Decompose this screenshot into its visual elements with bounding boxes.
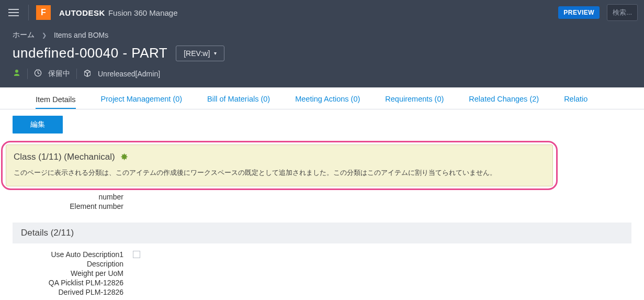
field-row: Derived PLM-12826 [13,287,631,297]
page-title: undefined-00040 - PART [13,45,167,61]
tab-related-changes[interactable]: Related Changes (2) [469,90,539,109]
class-section-message: このページに表示される分類は、このアイテムの作成後にワークスペースの既定として追… [14,168,545,177]
divider [28,5,29,20]
field-row: Weight per UoM [13,269,631,278]
field-row: Description [13,259,631,269]
user-status-icon [13,69,21,79]
preview-badge: PREVIEW [558,6,600,19]
content-area: 編集 Class (1/11) (Mechanical) ✸ このページに表示さ… [0,109,644,300]
field-label-derived: Derived PLM-12826 [13,288,128,296]
brand-label: AUTODESK Fusion 360 Manage [59,8,178,17]
divider [27,69,28,79]
field-label-description: Description [13,260,128,268]
field-row: Element number [13,202,631,211]
field-row: number [13,192,631,202]
orphan-field-list: number Element number [13,192,631,211]
topbar: F AUTODESK Fusion 360 Manage PREVIEW 検索.… [0,0,644,25]
class-section-title: Class (1/11) (Mechanical) [14,152,115,162]
field-label-number: number [13,193,128,201]
use-auto-desc-checkbox[interactable] [133,251,140,258]
breadcrumb-section[interactable]: Items and BOMs [54,31,108,39]
details-field-list: Use Auto Description1 Description Weight… [13,250,631,297]
clock-icon [34,69,42,79]
release-status: Unreleased[Admin] [98,70,160,78]
tab-item-details[interactable]: Item Details [36,90,76,109]
field-row: Use Auto Description1 [13,250,631,259]
field-label-use-auto-desc: Use Auto Description1 [13,250,128,259]
field-label-element-number: Element number [13,202,128,210]
pending-label: 保留中 [48,69,70,79]
tab-relationships[interactable]: Relatio [564,90,587,109]
tab-bill-of-materials[interactable]: Bill of Materials (0) [207,90,270,109]
chevron-down-icon: ▾ [214,50,217,56]
tab-project-management[interactable]: Project Management (0) [101,90,183,109]
tab-requirements[interactable]: Requirements (0) [385,90,444,109]
class-callout-highlight: Class (1/11) (Mechanical) ✸ このページに表示される分… [1,141,558,190]
class-section-panel: Class (1/11) (Mechanical) ✸ このページに表示される分… [6,145,553,186]
fusion-logo-icon: F [36,5,51,20]
brand-product: Fusion 360 Manage [108,8,178,17]
details-section-header: Details (2/11) [13,223,631,243]
tab-meeting-actions[interactable]: Meeting Actions (0) [295,90,360,109]
chevron-right-icon: ❯ [42,32,47,39]
search-input[interactable]: 検索... [607,4,638,21]
package-icon [83,69,92,79]
hamburger-menu-button[interactable] [6,6,21,19]
subheader: ホーム ❯ Items and BOMs undefined-00040 - P… [0,25,644,87]
field-label-qa-picklist: QA Picklist PLM-12826 [13,279,128,287]
revision-dropdown[interactable]: [REV:w] ▾ [176,46,224,61]
brand-strong: AUTODESK [59,8,105,17]
new-burst-icon: ✸ [120,151,128,163]
breadcrumb: ホーム ❯ Items and BOMs [13,30,631,40]
field-label-weight-per-uom: Weight per UoM [13,269,128,277]
divider [76,69,77,79]
tab-bar: Item Details Project Management (0) Bill… [0,87,644,109]
field-row: QA Picklist PLM-12826 [13,278,631,287]
edit-button[interactable]: 編集 [13,116,63,134]
revision-label: [REV:w] [184,49,210,58]
breadcrumb-home[interactable]: ホーム [13,30,35,40]
